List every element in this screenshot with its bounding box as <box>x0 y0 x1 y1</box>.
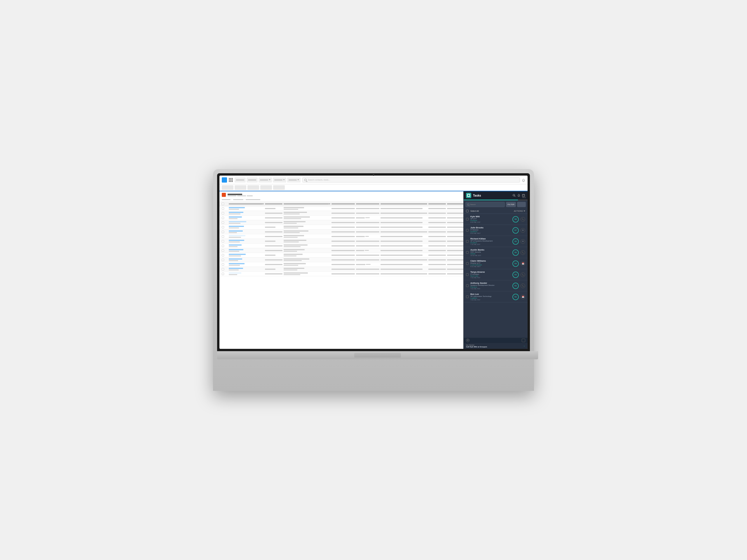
tasks-footer-arrow[interactable]: → <box>523 345 525 347</box>
nav-item-leads[interactable] <box>247 177 258 183</box>
toolbar-item-5[interactable] <box>273 185 285 190</box>
contact-checkbox[interactable] <box>466 273 469 276</box>
contact-checkbox[interactable] <box>466 284 469 287</box>
table-row[interactable] <box>220 239 463 243</box>
tasks-actions-dropdown[interactable]: ACTIONS <box>514 210 525 212</box>
contact-score: 94 <box>512 261 519 267</box>
row-company <box>284 216 330 219</box>
row-checkbox[interactable] <box>222 207 224 210</box>
contact-checkbox[interactable] <box>466 218 469 220</box>
row-company <box>284 235 330 238</box>
col-company[interactable] <box>284 203 330 205</box>
table-row[interactable] <box>220 243 463 248</box>
table-row[interactable] <box>220 248 463 253</box>
table-row[interactable] <box>220 234 463 239</box>
tasks-select-all-checkbox[interactable] <box>466 210 469 212</box>
tasks-expand-icon[interactable] <box>522 339 525 342</box>
contact-action-phone[interactable]: 📞 <box>520 272 525 277</box>
col-name[interactable] <box>229 203 264 205</box>
row-checkbox[interactable] <box>222 268 224 270</box>
toolbar-item-1[interactable] <box>222 185 233 190</box>
contact-item[interactable]: Julie Brooks IT Director Qualtrics 8:02 … <box>464 225 527 236</box>
contact-checkbox[interactable] <box>466 240 469 243</box>
contact-action-email[interactable]: ✉ <box>520 239 525 244</box>
contact-checkbox[interactable] <box>466 229 469 232</box>
contact-item[interactable]: Austin Banks SVP, Security Adobe 10:02 A… <box>464 247 527 258</box>
toolbar-item-2[interactable] <box>235 185 246 190</box>
col-activity[interactable] <box>447 203 463 205</box>
contact-item[interactable]: Kyle Witt VP of IT Groupon 9:32 AM, CST … <box>464 214 527 225</box>
row-title <box>265 269 276 270</box>
trackpad <box>354 353 401 357</box>
contact-action-email[interactable]: ✉ <box>520 228 525 233</box>
tasks-footer-cta[interactable]: Get Started Call Kyle Witt at Groupon <box>466 344 487 348</box>
row-checkbox[interactable] <box>222 212 224 214</box>
contact-action-phone[interactable]: 📞 <box>520 284 525 288</box>
contact-checkbox[interactable] <box>466 262 469 265</box>
tasks-search-icon[interactable] <box>512 194 516 197</box>
row-checkbox[interactable] <box>222 226 224 229</box>
row-score <box>428 259 446 261</box>
table-row[interactable] <box>220 220 463 225</box>
col-tags[interactable] <box>381 203 427 205</box>
row-checkbox[interactable] <box>222 263 224 266</box>
notifications-icon[interactable] <box>522 178 525 182</box>
col-phone[interactable] <box>332 203 355 205</box>
nav-item-reports[interactable] <box>287 177 301 183</box>
nav-item-opportunities[interactable] <box>273 177 286 183</box>
col-score[interactable] <box>428 203 446 205</box>
contact-info: Tanya Alvarez IT Architect Nest Labs 7:3… <box>470 271 511 278</box>
col-email[interactable] <box>356 203 379 205</box>
tasks-header: Tasks <box>464 191 527 199</box>
table-row[interactable] <box>220 267 463 271</box>
row-checkbox[interactable] <box>222 273 224 275</box>
table-row[interactable] <box>220 262 463 267</box>
table-row[interactable] <box>220 230 463 234</box>
tasks-search-bar[interactable]: Search <box>465 202 505 207</box>
contact-item[interactable]: Anthony Zander Systems Development Direc… <box>464 280 527 291</box>
table-row[interactable] <box>220 258 463 262</box>
tasks-extra-button[interactable] <box>517 202 526 207</box>
row-checkbox[interactable] <box>222 259 224 261</box>
toolbar-item-3[interactable] <box>248 185 259 190</box>
contact-item[interactable]: Claire Williams Director of IT Lucid Sof… <box>464 258 527 269</box>
contact-action-phone[interactable]: 📞 <box>520 217 525 222</box>
contact-info: Austin Banks SVP, Security Adobe 10:02 A… <box>470 248 511 257</box>
nav-item-contacts[interactable] <box>235 177 246 183</box>
row-activity <box>447 264 463 265</box>
row-checkbox[interactable] <box>222 235 224 238</box>
table-row[interactable] <box>220 225 463 230</box>
contact-item[interactable]: Ben Lee VP, Information Technology LogMe… <box>464 291 527 302</box>
row-checkbox[interactable] <box>222 231 224 233</box>
row-checkbox[interactable] <box>222 245 224 247</box>
row-activity <box>447 273 463 274</box>
table-row[interactable] <box>220 253 463 258</box>
contact-action-calendar[interactable]: 📅 <box>520 261 525 266</box>
nav-search-bar[interactable]: Search contacts, leads... <box>302 177 520 183</box>
contact-checkbox[interactable] <box>466 295 469 298</box>
grid-menu-icon[interactable] <box>229 178 233 182</box>
row-checkbox[interactable] <box>222 249 224 252</box>
row-checkbox[interactable] <box>222 240 224 242</box>
table-row[interactable] <box>220 211 463 216</box>
tasks-filter-button[interactable]: FILTER <box>506 202 516 207</box>
row-checkbox[interactable] <box>222 217 224 219</box>
table-row[interactable] <box>220 206 463 211</box>
table-row[interactable] <box>220 271 463 276</box>
row-tags <box>381 217 422 218</box>
col-title[interactable] <box>265 203 282 205</box>
contact-checkbox[interactable] <box>466 251 469 254</box>
contact-action-calendar[interactable]: 📅 <box>520 295 525 299</box>
row-checkbox[interactable] <box>222 221 224 224</box>
contact-item[interactable]: Tanya Alvarez IT Architect Nest Labs 7:3… <box>464 269 527 280</box>
contact-action-phone[interactable]: 📞 <box>520 250 525 255</box>
table-row[interactable] <box>220 216 463 220</box>
row-name <box>229 272 264 275</box>
header-checkbox[interactable] <box>222 203 224 205</box>
row-checkbox[interactable] <box>222 254 224 257</box>
toolbar-item-4[interactable] <box>260 185 272 190</box>
nav-item-accounts[interactable] <box>259 177 272 183</box>
tasks-bell-icon[interactable] <box>517 194 520 197</box>
settings-icon[interactable]: ⚙ <box>466 339 469 342</box>
contact-item[interactable]: Richard Killian VP of Systems Developmen… <box>464 236 527 247</box>
